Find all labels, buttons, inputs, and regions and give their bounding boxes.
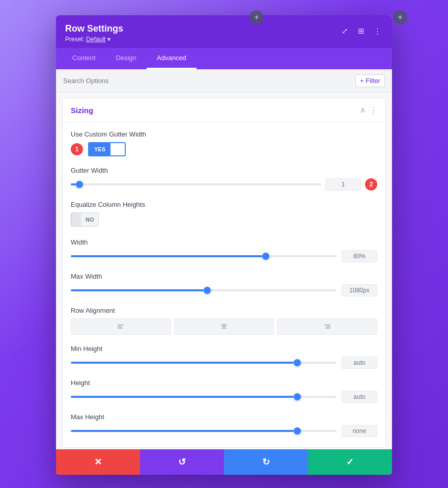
height-slider-row: auto [71,391,377,403]
sizing-section-title: Sizing [71,106,93,115]
modal-header: Row Settings Preset: Default ▾ ⤢ ⊞ ⋮ [56,15,392,48]
split-view-icon[interactable]: ⊞ [355,25,367,37]
modal-title: Row Settings [65,23,123,34]
min-height-slider-row: auto [71,357,377,369]
content-area: Sizing ∧ ⋮ Use Custom Gutter Width 1 YES [56,93,392,449]
max-height-slider-row: none [71,425,377,437]
sizing-section-header: Sizing ∧ ⋮ [63,98,385,122]
tab-design[interactable]: Design [106,48,147,69]
save-button[interactable]: ✓ [308,449,392,475]
filter-button[interactable]: + Filter [355,74,385,87]
min-height-value[interactable]: auto [342,357,377,369]
tabs-bar: Content Design Advanced [56,48,392,69]
align-right-button[interactable] [277,318,377,335]
min-height-track[interactable] [71,362,337,364]
tab-advanced[interactable]: Advanced [147,48,197,69]
min-height-row: Min Height auto [71,345,377,369]
modal-preset: Preset: Default ▾ [65,36,123,43]
sizing-section-body: Use Custom Gutter Width 1 YES Gutter Wid… [63,122,385,447]
redo-button[interactable]: ↻ [224,449,308,475]
align-center-button[interactable] [174,318,274,335]
expand-icon[interactable]: ⤢ [339,25,350,37]
toggle-off-option[interactable]: NO [81,213,98,226]
more-options-icon[interactable]: ⋮ [372,25,383,37]
width-label: Width [71,238,377,246]
max-height-label: Max Height [71,413,377,421]
search-bar: + Filter [56,69,392,93]
sizing-more-icon[interactable]: ⋮ [370,105,377,115]
height-value[interactable]: auto [342,391,377,403]
max-width-track[interactable] [71,289,337,291]
max-width-row: Max Width 1080px [71,273,377,296]
toggle-yes-option[interactable]: YES [89,143,110,155]
width-slider-row: 80% [71,250,377,262]
gutter-width-slider-row: 1 2 [71,178,377,191]
sizing-section: Sizing ∧ ⋮ Use Custom Gutter Width 1 YES [62,98,386,448]
custom-gutter-row: Use Custom Gutter Width 1 YES [71,130,377,156]
height-track[interactable] [71,396,337,398]
modal-title-area: Row Settings Preset: Default ▾ [65,23,123,43]
add-above-center-button[interactable]: + [249,10,264,24]
reset-button[interactable]: ↺ [140,449,224,475]
equalize-toggle[interactable]: NO [71,212,99,227]
width-track[interactable] [71,255,337,257]
sizing-section-controls: ∧ ⋮ [360,105,377,115]
gutter-width-track[interactable] [71,183,321,185]
toggle-no-option[interactable] [110,143,125,155]
max-height-row: Max Height none [71,413,377,437]
badge-1: 1 [71,143,83,155]
row-settings-modal: Row Settings Preset: Default ▾ ⤢ ⊞ ⋮ Con… [56,15,392,475]
toggle-handle[interactable] [71,213,81,226]
max-width-slider-row: 1080px [71,284,377,296]
header-icons: ⤢ ⊞ ⋮ [339,23,383,37]
max-width-label: Max Width [71,273,377,280]
equalize-columns-label: Equalize Column Heights [71,201,377,208]
add-above-right-button[interactable]: + [393,10,407,24]
max-height-value[interactable]: none [342,425,377,437]
alignment-group [71,318,377,335]
search-input[interactable] [63,77,355,85]
max-width-value[interactable]: 1080px [342,284,377,296]
height-label: Height [71,379,377,387]
gutter-toggle[interactable]: YES [88,142,126,156]
width-value[interactable]: 80% [342,250,377,262]
collapse-icon[interactable]: ∧ [360,105,366,115]
bottom-bar: ✕ ↺ ↻ ✓ [56,449,392,475]
badge-2: 2 [365,178,377,191]
height-row: Height auto [71,379,377,403]
custom-gutter-label: Use Custom Gutter Width [71,130,377,138]
tab-content[interactable]: Content [62,48,106,69]
gutter-width-row: Gutter Width 1 2 [71,167,377,191]
max-height-track[interactable] [71,430,337,432]
gutter-width-label: Gutter Width [71,167,377,174]
gutter-width-value[interactable]: 1 [325,178,361,191]
row-alignment-label: Row Alignment [71,307,377,314]
align-left-button[interactable] [71,318,171,335]
width-row: Width 80% [71,238,377,262]
min-height-label: Min Height [71,345,377,353]
row-alignment-row: Row Alignment [71,307,377,335]
cancel-button[interactable]: ✕ [56,449,140,475]
equalize-columns-row: Equalize Column Heights NO [71,201,377,228]
preset-link[interactable]: Default [86,36,105,43]
